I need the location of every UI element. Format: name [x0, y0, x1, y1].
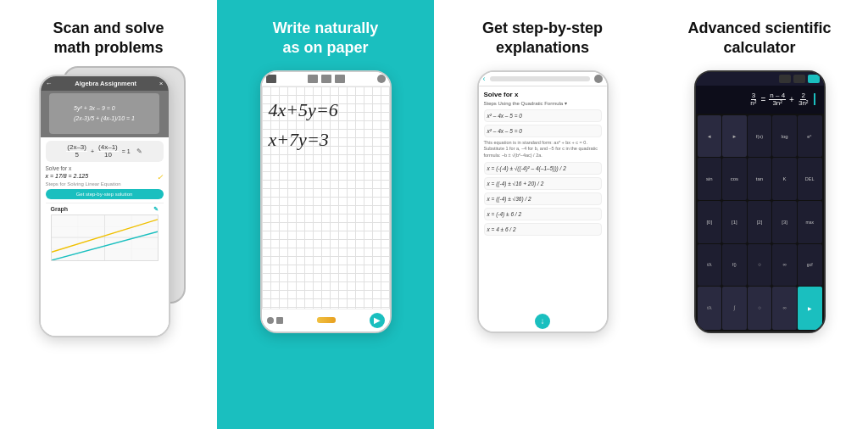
calc-frac-1: 3 n²: [749, 92, 757, 107]
calc-btn-2[interactable]: [2]: [748, 201, 772, 243]
steps-back-icon[interactable]: ‹: [483, 75, 486, 83]
calc-frac-2: n – 4 3n²: [769, 92, 786, 107]
calc-btn-max[interactable]: max: [798, 201, 822, 243]
calc-frac-3: 2 3n²: [798, 92, 810, 107]
calc-btn-1[interactable]: [1]: [722, 201, 747, 243]
calc-btn-3[interactable]: [3]: [772, 201, 797, 243]
write-toolbar: [308, 75, 345, 83]
phone-wrapper-scan: ← Algebra Assignment × 5y² + 3x – 9 = 0 …: [39, 70, 179, 316]
calc-btn-circ2[interactable]: ○: [748, 287, 772, 330]
scan-photo-area: 5y² + 3x – 9 = 0 (2x-3)/5 + (4x-1)/10 = …: [41, 91, 169, 137]
calc-cam-btn[interactable]: [779, 75, 791, 83]
calc-btn-tlambda2[interactable]: t/λ: [698, 287, 722, 330]
scan-steps-label: Steps for Solving Linear Equation: [46, 181, 164, 187]
step-2: x² – 4x – 5 = 0: [484, 125, 602, 137]
scan-header-title: Algebra Assignment: [75, 80, 136, 87]
write-undo-icon[interactable]: [276, 317, 283, 324]
scan-step-btn[interactable]: Get step-by-step solution: [46, 189, 164, 199]
frac-right: (4x–1) 10: [97, 144, 119, 159]
calc-btn-f2[interactable]: f(): [722, 244, 747, 287]
calc-btn-tlambda[interactable]: t/λ: [698, 244, 722, 287]
calc-type-btn[interactable]: [808, 75, 820, 83]
step-3-text: x = (-(-4) ± √((-4)² – 4(–1–5))) / 2: [487, 165, 598, 171]
panel-steps-title: Get step-by-step explanations: [482, 19, 603, 58]
step-7: x = 4 ± 6 / 2: [484, 223, 602, 236]
steps-screen: ‹ Solve for x Steps Using the Quadratic …: [479, 72, 607, 332]
scan-top-bar: ← Algebra Assignment ×: [41, 76, 169, 91]
calc-top-bar: [696, 72, 824, 86]
scan-formula-img: 5y² + 3x – 9 = 0 (2x-3)/5 + (4x-1)/10 = …: [49, 93, 159, 134]
write-camera-icon[interactable]: [308, 75, 318, 83]
calc-btn-sin[interactable]: sin: [698, 158, 722, 200]
steps-top-bar: ‹: [479, 72, 607, 86]
calc-img-btn[interactable]: [793, 75, 805, 83]
scan-result-area: (2x–3) 5 + (4x–1) 10 = 1 ✎: [41, 137, 169, 336]
scan-graph-label: Graph ✎: [51, 206, 159, 213]
scan-back-icon[interactable]: ←: [46, 80, 53, 87]
scan-edit-icon[interactable]: ✎: [136, 148, 142, 155]
calc-btn-cos[interactable]: cos: [722, 158, 747, 200]
calc-btn-circ[interactable]: ○: [748, 244, 772, 287]
scan-check-icon: ✓: [157, 173, 164, 181]
calc-mode-btns: [779, 75, 820, 83]
calc-btn-left[interactable]: ◄: [698, 115, 722, 158]
panel-scan-title: Scan and solve math problems: [53, 19, 164, 58]
step-6: x = (-4) ± 6 / 2: [484, 208, 602, 220]
panel-scan: Scan and solve math problems ← Algebra A…: [0, 0, 217, 429]
calc-btn-right[interactable]: ►: [722, 115, 747, 158]
scan-solve-label: Solve for x: [46, 165, 164, 171]
phone-front-scan: ← Algebra Assignment × 5y² + 3x – 9 = 0 …: [39, 75, 170, 337]
calc-btn-fx[interactable]: f(x): [748, 115, 772, 158]
calc-btn-tan[interactable]: tan: [748, 158, 772, 200]
calc-btn-0[interactable]: [0]: [698, 201, 722, 243]
calc-btn-del[interactable]: DEL: [798, 158, 822, 200]
write-draw-icon[interactable]: [335, 75, 345, 83]
steps-progress-bar: [490, 76, 590, 81]
calc-btn-log[interactable]: log: [772, 115, 797, 158]
write-bottom-bar: ▶: [262, 309, 390, 332]
step-4-text: x = ((-4) ± √16 + 20) / 2: [487, 181, 598, 187]
calc-btn-int[interactable]: ∫: [722, 287, 747, 330]
scan-graph-edit[interactable]: ✎: [153, 206, 159, 213]
step-2-text: x² – 4x – 5 = 0: [487, 128, 598, 134]
calc-btn-ex[interactable]: eˣ: [798, 115, 822, 158]
scan-formula-text: 5y² + 3x – 9 = 0 (2x-3)/5 + (4x-1)/10 = …: [74, 104, 135, 124]
scan-graph-text: Graph: [51, 206, 69, 213]
panel-calc-title: Advanced scientific calculator: [687, 19, 831, 58]
steps-down-btn[interactable]: ↓: [535, 314, 550, 329]
steps-more-icon[interactable]: [594, 75, 603, 83]
scan-graph-section: Graph ✎: [46, 203, 164, 264]
scan-screen: ← Algebra Assignment × 5y² + 3x – 9 = 0 …: [41, 76, 169, 336]
write-send-btn[interactable]: ▶: [370, 313, 385, 328]
phone-write: 4x+5y=6 x+7y=3 ▶: [260, 70, 392, 333]
write-trash-icon[interactable]: [267, 317, 274, 324]
step-6-text: x = (-4) ± 6 / 2: [487, 211, 598, 217]
write-more-icon[interactable]: [377, 75, 386, 83]
write-img-icon[interactable]: [321, 75, 331, 83]
calc-btn-k[interactable]: K: [772, 158, 797, 200]
write-menu-icon[interactable]: [266, 75, 276, 83]
scan-graph-canvas: [51, 214, 159, 261]
phone-steps: ‹ Solve for x Steps Using the Quadratic …: [477, 70, 609, 333]
frac-left: (2x–3) 5: [66, 144, 87, 159]
write-pencil-icon[interactable]: [317, 317, 336, 323]
calc-buttons-grid: ◄ ► f(x) log eˣ sin cos tan K DEL [0] [1…: [696, 114, 824, 332]
phone-scan: ← Algebra Assignment × 5y² + 3x – 9 = 0 …: [39, 75, 170, 337]
calc-btn-inf2[interactable]: ∞: [772, 287, 797, 330]
scan-result-value: x = 17/8 = 2.125 ✓: [46, 173, 164, 179]
step-7-text: x = 4 ± 6 / 2: [487, 226, 598, 232]
calc-formula: 3 n² = n – 4 3n² + 2 3n²: [704, 92, 815, 107]
calc-btn-inf[interactable]: ∞: [772, 244, 797, 287]
scan-close-icon[interactable]: ×: [159, 80, 164, 87]
write-handwriting: 4x+5y=6 x+7y=3: [269, 95, 338, 154]
panel-calc: Advanced scientific calculator 3: [651, 0, 868, 429]
write-pen-tools: [317, 317, 336, 323]
steps-method[interactable]: Steps Using the Quadratic Formula ▾: [484, 100, 602, 106]
step-explanation: This equation is in standard form: ax² +…: [484, 140, 602, 159]
scan-graph-svg: [52, 215, 158, 260]
calc-btn-play[interactable]: ▶: [798, 287, 822, 330]
step-4: x = ((-4) ± √16 + 20) / 2: [484, 177, 602, 190]
write-canvas[interactable]: 4x+5y=6 x+7y=3: [262, 86, 390, 309]
calc-btn-gcf[interactable]: gcf: [798, 244, 822, 287]
calc-display: 3 n² = n – 4 3n² + 2 3n²: [696, 86, 824, 114]
